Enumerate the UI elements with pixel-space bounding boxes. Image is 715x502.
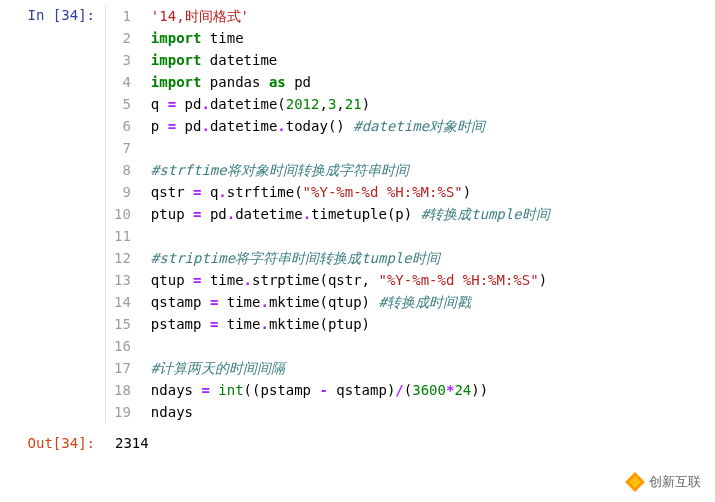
code-token: ptup bbox=[151, 206, 193, 222]
code-token: '14,时间格式' bbox=[151, 8, 249, 24]
code-line[interactable]: ndays bbox=[151, 401, 550, 423]
line-number: 1 bbox=[114, 5, 131, 27]
code-token: #strftime将对象时间转换成字符串时间 bbox=[151, 162, 409, 178]
code-token: datetime bbox=[235, 206, 302, 222]
watermark-logo-icon bbox=[625, 472, 645, 492]
code-token: qstr bbox=[151, 184, 193, 200]
code-token: time bbox=[201, 272, 243, 288]
code-token: pd bbox=[286, 74, 311, 90]
line-number: 17 bbox=[114, 357, 131, 379]
output-prompt: Out[34]: bbox=[0, 433, 105, 451]
code-token: strptime(qstr, bbox=[252, 272, 378, 288]
line-number: 3 bbox=[114, 49, 131, 71]
code-token: . bbox=[244, 272, 252, 288]
code-token: pd bbox=[201, 206, 226, 222]
code-token: ( bbox=[404, 382, 412, 398]
code-line[interactable]: p = pd.datetime.today() #datetime对象时间 bbox=[151, 115, 550, 137]
code-line[interactable]: import datetime bbox=[151, 49, 550, 71]
code-token: ) bbox=[362, 96, 370, 112]
code-token bbox=[151, 140, 159, 156]
code-token: #转换成tumple时间 bbox=[421, 206, 550, 222]
code-token: . bbox=[260, 316, 268, 332]
code-token: strftime( bbox=[227, 184, 303, 200]
code-line[interactable]: qtup = time.strptime(qstr, "%Y-%m-%d %H:… bbox=[151, 269, 550, 291]
code-token: )) bbox=[471, 382, 488, 398]
code-token: import bbox=[151, 74, 202, 90]
code-line[interactable]: q = pd.datetime(2012,3,21) bbox=[151, 93, 550, 115]
code-token: pandas bbox=[201, 74, 268, 90]
line-number: 13 bbox=[114, 269, 131, 291]
code-token: datetime( bbox=[210, 96, 286, 112]
code-token: time bbox=[218, 294, 260, 310]
line-gutter: 12345678910111213141516171819 bbox=[106, 5, 141, 423]
code-token: import bbox=[151, 30, 202, 46]
code-token: . bbox=[303, 206, 311, 222]
line-number: 4 bbox=[114, 71, 131, 93]
code-token: qtup bbox=[151, 272, 193, 288]
code-token: q bbox=[151, 96, 168, 112]
code-line[interactable]: import pandas as pd bbox=[151, 71, 550, 93]
code-line[interactable]: #strftime将对象时间转换成字符串时间 bbox=[151, 159, 550, 181]
code-token: = bbox=[168, 118, 176, 134]
code-line[interactable]: qstamp = time.mktime(qtup) #转换成时间戳 bbox=[151, 291, 550, 313]
code-token bbox=[151, 228, 159, 244]
code-line[interactable]: qstr = q.strftime("%Y-%m-%d %H:%M:%S") bbox=[151, 181, 550, 203]
line-number: 7 bbox=[114, 137, 131, 159]
code-token: "%Y-%m-%d %H:%M:%S" bbox=[378, 272, 538, 288]
line-number: 19 bbox=[114, 401, 131, 423]
line-number: 8 bbox=[114, 159, 131, 181]
code-editor[interactable]: 12345678910111213141516171819 '14,时间格式'i… bbox=[105, 5, 550, 423]
code-token bbox=[151, 338, 159, 354]
input-prompt: In [34]: bbox=[0, 5, 105, 23]
code-line[interactable]: ndays = int((pstamp - qstamp)/(3600*24)) bbox=[151, 379, 550, 401]
line-number: 2 bbox=[114, 27, 131, 49]
line-number: 10 bbox=[114, 203, 131, 225]
line-number: 6 bbox=[114, 115, 131, 137]
line-number: 5 bbox=[114, 93, 131, 115]
code-token: pd bbox=[176, 118, 201, 134]
code-line[interactable]: import time bbox=[151, 27, 550, 49]
code-token: = bbox=[168, 96, 176, 112]
code-token: import bbox=[151, 52, 202, 68]
code-line[interactable] bbox=[151, 225, 550, 247]
output-value: 2314 bbox=[105, 433, 149, 451]
code-line[interactable] bbox=[151, 335, 550, 357]
code-token: q bbox=[201, 184, 218, 200]
code-token: time bbox=[218, 316, 260, 332]
code-line[interactable]: #striptime将字符串时间转换成tumple时间 bbox=[151, 247, 550, 269]
output-cell: Out[34]: 2314 bbox=[0, 428, 715, 456]
code-token: ((pstamp bbox=[244, 382, 320, 398]
code-token: 24 bbox=[454, 382, 471, 398]
code-token: 3600 bbox=[412, 382, 446, 398]
code-token: ) bbox=[539, 272, 547, 288]
code-token: int bbox=[218, 382, 243, 398]
code-token: . bbox=[201, 118, 209, 134]
line-number: 11 bbox=[114, 225, 131, 247]
code-line[interactable] bbox=[151, 137, 550, 159]
code-line[interactable]: ptup = pd.datetime.timetuple(p) #转换成tump… bbox=[151, 203, 550, 225]
code-token: . bbox=[260, 294, 268, 310]
code-line[interactable]: '14,时间格式' bbox=[151, 5, 550, 27]
code-token: datetime bbox=[201, 52, 277, 68]
line-number: 14 bbox=[114, 291, 131, 313]
code-token: 21 bbox=[345, 96, 362, 112]
code-line[interactable]: pstamp = time.mktime(ptup) bbox=[151, 313, 550, 335]
code-token: #计算两天的时间间隔 bbox=[151, 360, 285, 376]
code-token: , bbox=[319, 96, 327, 112]
code-token: / bbox=[395, 382, 403, 398]
code-token: . bbox=[277, 118, 285, 134]
input-cell: In [34]: 12345678910111213141516171819 '… bbox=[0, 0, 715, 428]
code-token: #转换成时间戳 bbox=[378, 294, 470, 310]
line-number: 12 bbox=[114, 247, 131, 269]
code-token: 2012 bbox=[286, 96, 320, 112]
watermark: 创新互联 bbox=[619, 470, 707, 494]
code-token: #datetime对象时间 bbox=[353, 118, 485, 134]
code-line[interactable]: #计算两天的时间间隔 bbox=[151, 357, 550, 379]
code-content[interactable]: '14,时间格式'import timeimport datetimeimpor… bbox=[141, 5, 550, 423]
code-token: pstamp bbox=[151, 316, 210, 332]
code-token: time bbox=[201, 30, 243, 46]
code-token: ) bbox=[463, 184, 471, 200]
code-token: p bbox=[151, 118, 168, 134]
code-token: = bbox=[201, 382, 209, 398]
code-token: mktime(qtup) bbox=[269, 294, 379, 310]
